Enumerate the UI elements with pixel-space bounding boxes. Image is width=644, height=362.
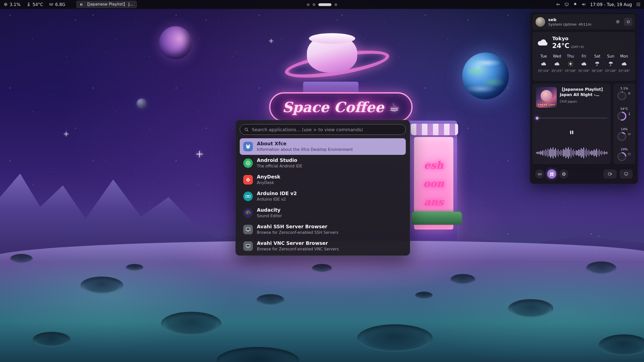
app-row-avahi-ssh[interactable]: Avahi SSH Server Browser Browse for Zero… <box>240 221 406 238</box>
temperature-value: 54°C <box>32 2 43 7</box>
audio-visualizer <box>536 145 607 161</box>
app-description: Browse for Zeroconf-enabled SSH Servers <box>257 230 338 235</box>
app-list: About Xfce Information about the Xfce De… <box>240 138 406 254</box>
app-launcher: About Xfce Information about the Xfce De… <box>235 120 410 256</box>
memory-value: 6.8G <box>55 2 65 7</box>
app-row-avahi-vnc[interactable]: Avahi VNC Server Browser Browse for Zero… <box>240 238 406 254</box>
avahi-ssh-app-icon <box>243 225 253 234</box>
crater <box>80 277 123 294</box>
weather-icon <box>568 61 574 67</box>
app-row-android-studio[interactable]: Android Studio The official Android IDE <box>240 155 406 171</box>
crater <box>450 274 475 285</box>
app-title: Android Studio <box>257 157 302 163</box>
controller-button[interactable] <box>535 169 544 178</box>
app-title: About Xfce <box>257 141 353 147</box>
screen-record-button[interactable] <box>603 169 617 178</box>
search-input[interactable] <box>252 127 401 132</box>
now-playing-pill[interactable]: 【Japanese Playlist】 J... <box>76 1 137 8</box>
temperature-gauge: 54°C <box>617 107 631 121</box>
forecast-day: Tue 33°/24° <box>537 54 550 73</box>
cafe-window: esh oon ans <box>414 137 453 230</box>
saturn-cup-art <box>282 30 403 88</box>
moon-ground <box>0 241 644 362</box>
status-panel: seb System Uptime: 4h11m Tokyo 24°C <box>530 12 638 184</box>
system-gauges: 3.1% 54°C 14% <box>613 83 635 164</box>
gear-icon <box>616 20 620 24</box>
workspace-dot[interactable] <box>335 3 337 6</box>
pause-button[interactable] <box>567 129 576 136</box>
disk-icon <box>628 153 631 156</box>
planet-ring <box>283 45 391 83</box>
weather-city: Tokyo <box>552 35 584 41</box>
gauge-ring <box>617 152 626 161</box>
forecast-day: Fri 35°/26° <box>577 54 590 73</box>
thermometer-icon <box>26 2 31 7</box>
power-button[interactable] <box>624 18 632 26</box>
apps-grid-icon[interactable] <box>636 2 640 7</box>
weather-forecast: Tue 33°/24° Wed 35°/25° Thu 33°/26° Fri <box>537 54 631 73</box>
globe-button[interactable] <box>559 169 568 178</box>
weather-section: Tokyo 24°C (GMT+9) Tue 33°/24° Wed 35°/2… <box>533 32 635 81</box>
forecast-day: Mon 33°/26° <box>618 54 631 73</box>
app-row-arduino-ide[interactable]: Arduino IDE v2 Arduino IDE v2 <box>240 188 406 205</box>
avahi-vnc-app-icon <box>243 241 253 251</box>
settings-button[interactable] <box>614 18 622 26</box>
app-row-anydesk[interactable]: AnyDesk AnyDesk <box>240 171 406 188</box>
cpu-icon <box>4 2 8 7</box>
temperature-stat: 54°C <box>26 2 43 7</box>
cafe-hedge <box>412 212 462 225</box>
app-title: Audacity <box>257 207 282 213</box>
user-name: seb <box>548 17 591 22</box>
seek-handle[interactable] <box>536 117 539 119</box>
notifications-bell-icon[interactable] <box>573 2 577 7</box>
workspace-dot-active[interactable] <box>318 3 332 6</box>
crater <box>415 292 433 299</box>
audacity-app-icon <box>243 208 253 218</box>
globe-icon <box>562 172 566 176</box>
crater <box>126 264 143 271</box>
disk-gauge: 24% <box>617 147 631 161</box>
controller-icon <box>538 172 542 176</box>
app-row-audacity[interactable]: Audacity Sound Editor <box>240 205 406 221</box>
seek-track[interactable] <box>536 118 607 118</box>
app-description: Arduino IDE v2 <box>257 197 297 202</box>
apps-grid-button[interactable] <box>547 169 556 178</box>
forecast-day: Sat 36°/26° <box>591 54 604 73</box>
weather-timezone: (GMT+9) <box>571 45 584 49</box>
window-button[interactable] <box>620 169 633 178</box>
workspace-dot[interactable] <box>307 3 310 6</box>
search-bar <box>240 124 406 135</box>
app-description: Information about the Xfce Desktop Envir… <box>257 147 353 152</box>
clock[interactable]: 17:09 - Tue, 19 Aug <box>590 2 632 7</box>
cpu-gauge: 3.1% <box>617 86 631 100</box>
workspace-indicator[interactable] <box>307 0 337 9</box>
sign-text: Space Coffee <box>282 99 384 115</box>
vpn-key-icon[interactable] <box>556 2 560 7</box>
memory-icon <box>628 132 631 136</box>
crater <box>357 324 433 352</box>
window-neon-text: esh <box>424 159 443 171</box>
volume-icon[interactable] <box>582 2 586 7</box>
app-row-about-xfce[interactable]: About Xfce Information about the Xfce De… <box>240 138 406 155</box>
cpu-stat: 3.1% <box>4 2 20 7</box>
anydesk-app-icon <box>243 175 253 185</box>
crater <box>257 294 284 305</box>
workspace-dot[interactable] <box>313 3 315 6</box>
media-player: TOKYO LOFI 【Japanese Playlist】 Japan All… <box>533 83 611 164</box>
app-description: Browse for Zeroconf-enabled VNC Servers <box>257 247 339 252</box>
display-icon[interactable] <box>565 2 569 7</box>
window-icon <box>624 172 628 176</box>
coffee-cup-art <box>307 35 357 72</box>
forecast-day: Sun 33°/26° <box>604 54 617 73</box>
weather-icon <box>541 61 547 67</box>
thermometer-icon <box>628 112 631 115</box>
space-coffee-sign: Space Coffee ☕ <box>269 92 413 122</box>
android-studio-app-icon <box>243 158 253 168</box>
cafe-awning <box>411 124 458 135</box>
memory-stat: 6.8G <box>49 2 65 7</box>
app-title: AnyDesk <box>257 174 280 180</box>
user-section: seb System Uptime: 4h11m <box>533 14 635 29</box>
media-section: TOKYO LOFI 【Japanese Playlist】 Japan All… <box>533 83 635 164</box>
memory-gauge: 14% <box>617 127 631 141</box>
seek-bar[interactable] <box>536 117 607 120</box>
